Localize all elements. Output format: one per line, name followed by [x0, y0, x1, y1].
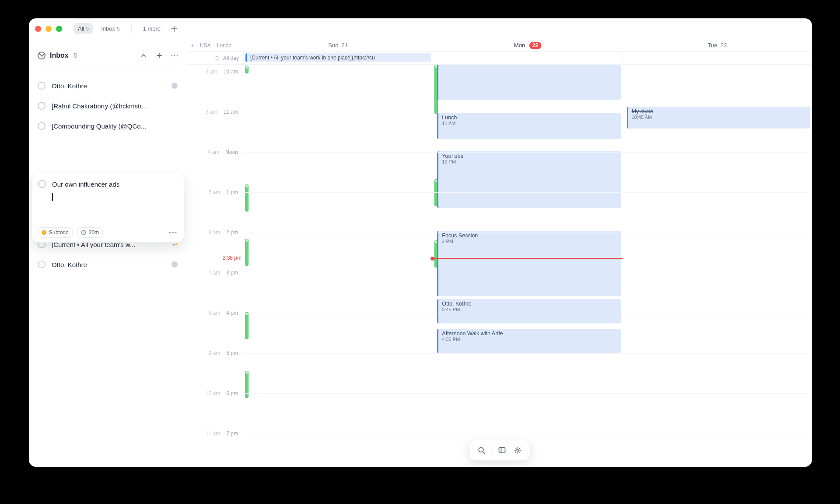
- svg-rect-1: [499, 448, 505, 453]
- calendar-event[interactable]: YouTube12 PM: [437, 151, 620, 208]
- event-title: Focus Session: [442, 233, 617, 239]
- hour-label: 4 amNoon: [187, 149, 243, 155]
- sidebar-header: Inbox 5 •••: [29, 39, 187, 66]
- availability-bar[interactable]: [245, 184, 248, 212]
- hour-label: 7 am3 pm: [187, 270, 243, 276]
- sidebar-more-button[interactable]: •••: [169, 50, 181, 61]
- add-event-button[interactable]: +: [191, 40, 194, 51]
- calendar-event[interactable]: My styke10:45 AM: [627, 107, 810, 129]
- availability-bar[interactable]: [245, 239, 248, 266]
- tz-label-2[interactable]: Londo: [217, 42, 231, 49]
- clock-icon: [81, 230, 86, 235]
- allday-label: All day: [223, 55, 239, 61]
- duration-chip[interactable]: 20m: [77, 227, 103, 238]
- event-title: Afternoon Walk with Artie: [442, 330, 617, 337]
- task-item[interactable]: [Compounding Quality (@QCo...: [32, 116, 183, 136]
- day-col-tue[interactable]: My styke10:45 AM: [623, 65, 812, 467]
- subtodo-chip[interactable]: Subtodo: [38, 227, 73, 238]
- task-label: Otto. Kothre: [52, 82, 165, 90]
- calendar-event[interactable]: Focus Session2 PM: [437, 231, 620, 296]
- event-time: 10:45 AM: [632, 115, 807, 120]
- tz-label-1[interactable]: USA: [200, 42, 211, 49]
- close-window[interactable]: [35, 26, 41, 32]
- hour-line: [243, 393, 812, 394]
- calendar-event[interactable]: Afternoon Walk with Artie4:30 PM: [437, 329, 620, 353]
- hour-line: [243, 72, 812, 72]
- task-checkbox[interactable]: [38, 82, 46, 90]
- hour-label: 5 am1 pm: [187, 189, 243, 195]
- sort-icon[interactable]: [214, 56, 220, 61]
- sidebar-title: Inbox: [50, 52, 69, 59]
- availability-bar[interactable]: [245, 312, 248, 339]
- day-header-row: + USA Londo Sun 21 Mon 22 Tue 23: [187, 39, 812, 52]
- hour-line: [243, 192, 812, 193]
- allday-col-tue[interactable]: [623, 52, 812, 64]
- allday-col-mon[interactable]: [433, 52, 622, 64]
- tab-inbox[interactable]: Inbox 5: [97, 23, 124, 34]
- settings-icon[interactable]: [512, 445, 524, 456]
- day-col-mon[interactable]: Lunch11 AMYouTube12 PMFocus Session2 PMO…: [433, 65, 622, 467]
- clock-icon: [172, 83, 178, 89]
- task-checkbox[interactable]: [38, 261, 46, 268]
- event-time: 2 PM: [442, 239, 617, 244]
- add-task-button[interactable]: [154, 50, 165, 61]
- hour-label: 2 am10 am: [187, 69, 243, 75]
- sidebar: Inbox 5 ••• Otto. Kothre: [29, 39, 187, 467]
- calendar-event[interactable]: Otto. Kothre3:45 PM: [437, 299, 620, 323]
- hour-line: [243, 233, 812, 233]
- task-item[interactable]: Otto. Kothre: [32, 76, 183, 96]
- command-dock: [469, 440, 530, 461]
- text-cursor[interactable]: [52, 193, 53, 201]
- calendar-grid[interactable]: 2 am10 am3 am11 am4 amNoon5 am1 pm6 am2 …: [187, 65, 812, 467]
- minimize-window[interactable]: [46, 26, 52, 32]
- task-more-button[interactable]: •••: [169, 229, 178, 236]
- task-item[interactable]: [Rahul Chakraborty (@hckmstr...: [32, 96, 183, 116]
- allday-event[interactable]: [Current • All your team's work in one p…: [245, 53, 431, 62]
- day-header-tue[interactable]: Tue 23: [623, 42, 812, 49]
- tab-inbox-count: 5: [117, 26, 120, 32]
- hour-line: [243, 112, 812, 112]
- collapse-button[interactable]: [138, 50, 149, 61]
- duration-label: 20m: [89, 229, 99, 236]
- tab-all-count: 5: [86, 26, 89, 32]
- subtodo-label: Subtodo: [49, 229, 69, 236]
- day-header-sun[interactable]: Sun 21: [243, 42, 433, 49]
- tab-all[interactable]: All 5: [74, 23, 93, 34]
- subtodo-icon: [42, 230, 46, 235]
- hour-line: [243, 273, 812, 273]
- task-checkbox[interactable]: [38, 180, 46, 188]
- day-col-sun[interactable]: [243, 65, 433, 467]
- now-indicator: [433, 258, 622, 259]
- divider: [492, 445, 492, 455]
- task-label: [Compounding Quality (@QCo...: [52, 122, 165, 130]
- svg-point-2: [517, 449, 519, 452]
- search-icon[interactable]: [476, 445, 487, 456]
- tab-more[interactable]: 1 more: [139, 23, 165, 34]
- layout-icon[interactable]: [497, 445, 508, 456]
- now-time-label: 2:38 pm: [223, 255, 242, 261]
- topbar: All 5 Inbox 5 1 more: [29, 18, 812, 39]
- hour-line: [243, 313, 812, 313]
- calendar-event[interactable]: Lunch11 AM: [437, 113, 620, 139]
- allday-col-sun[interactable]: [Current • All your team's work in one p…: [243, 52, 433, 64]
- inbox-icon: [38, 52, 46, 59]
- window-controls: [35, 26, 62, 32]
- task-checkbox[interactable]: [38, 102, 46, 110]
- event-title: Lunch: [442, 115, 617, 121]
- availability-bar[interactable]: [245, 66, 248, 73]
- zoom-window[interactable]: [56, 26, 62, 32]
- app-window: All 5 Inbox 5 1 more Inbox 5: [29, 18, 812, 467]
- timezone-gutter: + USA Londo: [187, 40, 243, 51]
- hour-label: 9 am5 pm: [187, 350, 243, 356]
- task-item[interactable]: Otto. Kothre: [32, 254, 183, 275]
- event-time: 11 AM: [442, 121, 617, 126]
- add-tab-button[interactable]: [168, 23, 180, 35]
- calendar-event[interactable]: [437, 65, 620, 100]
- clock-icon: [172, 261, 178, 268]
- hour-label: 3 am11 am: [187, 109, 243, 115]
- hour-line: [243, 353, 812, 354]
- task-checkbox[interactable]: [38, 122, 46, 130]
- day-header-mon[interactable]: Mon 22: [433, 42, 622, 49]
- event-title: Otto. Kothre: [442, 301, 617, 307]
- event-title: My styke: [632, 108, 807, 115]
